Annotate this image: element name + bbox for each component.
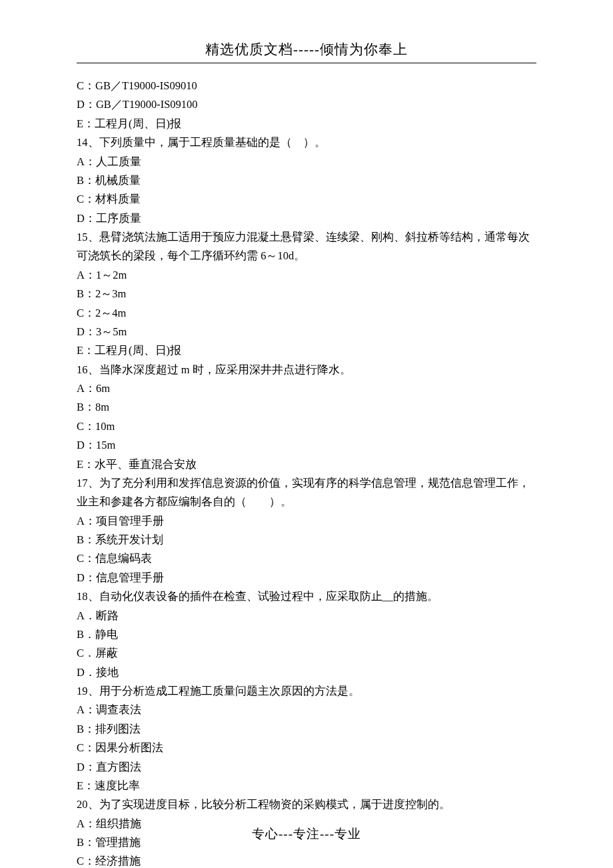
question-text: 18、自动化仪表设备的插件在检查、试验过程中，应采取防止__的措施。 <box>77 587 536 606</box>
option-text: C：材料质量 <box>77 190 536 209</box>
question-text: 16、当降水深度超过 m 时，应采用深井井点进行降水。 <box>77 361 536 379</box>
option-text: A：1～2m <box>77 266 536 285</box>
option-text: D：信息管理手册 <box>77 569 536 587</box>
question-text: 15、悬臂浇筑法施工适用于预应力混凝土悬臂梁、连续梁、刚构、斜拉桥等结构，通常每… <box>77 228 536 266</box>
question-text: 20、为了实现进度目标，比较分析工程物资的采购模式，属于进度控制的。 <box>77 795 536 814</box>
option-text: A：项目管理手册 <box>77 512 536 531</box>
option-text: A．断路 <box>77 607 536 625</box>
option-text: D：3～5m <box>77 323 536 341</box>
option-text: A：6m <box>77 379 536 398</box>
option-text: B：2～3m <box>77 285 536 303</box>
option-text: C：信息编码表 <box>77 549 536 568</box>
question-text: 19、用于分析造成工程施工质量问题主次原因的方法是。 <box>77 682 536 701</box>
option-text: B：8m <box>77 398 536 417</box>
option-text: A：调查表法 <box>77 701 536 719</box>
option-text: D：工序质量 <box>77 209 536 228</box>
option-text: C：经济措施 <box>77 852 536 868</box>
option-text: D．接地 <box>77 663 536 682</box>
question-text: 14、下列质量中，属于工程质量基础的是（ ）。 <box>77 133 536 152</box>
question-text: 17、为了充分利用和发挥信息资源的价值，实现有序的科学信息管理，规范信息管理工作… <box>77 474 536 512</box>
option-text: E：水平、垂直混合安放 <box>77 455 536 474</box>
option-text: D：GB／T19000-IS09100 <box>77 95 536 114</box>
page-header: 精选优质文档-----倾情为你奉上 <box>77 40 536 63</box>
document-content: C：GB／T19000-IS09010 D：GB／T19000-IS09100 … <box>77 77 536 868</box>
option-text: D：15m <box>77 436 536 455</box>
option-text: D：直方图法 <box>77 758 536 777</box>
page-footer: 专心---专注---专业 <box>0 825 613 843</box>
option-text: C：因果分析图法 <box>77 739 536 757</box>
option-text: C．屏蔽 <box>77 644 536 663</box>
option-text: C：10m <box>77 417 536 436</box>
option-text: B．静电 <box>77 625 536 644</box>
option-text: B：机械质量 <box>77 171 536 190</box>
option-text: E：速度比率 <box>77 777 536 795</box>
option-text: B：系统开发计划 <box>77 531 536 549</box>
option-text: A：人工质量 <box>77 153 536 171</box>
option-text: C：2～4m <box>77 304 536 323</box>
option-text: B：排列图法 <box>77 720 536 739</box>
option-text: E：工程月(周、日)报 <box>77 115 536 133</box>
option-text: C：GB／T19000-IS09010 <box>77 77 536 95</box>
option-text: E：工程月(周、日)报 <box>77 341 536 360</box>
